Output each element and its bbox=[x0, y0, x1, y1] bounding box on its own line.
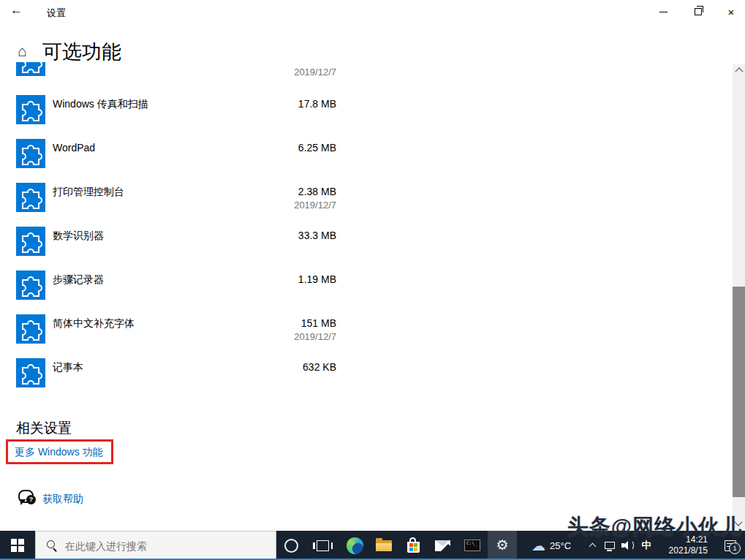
mail-button[interactable] bbox=[428, 531, 457, 560]
feature-size: 17.8 MB bbox=[298, 98, 336, 110]
puzzle-icon bbox=[16, 183, 45, 212]
restore-icon bbox=[695, 8, 702, 15]
feature-date: 2019/12/7 bbox=[294, 200, 336, 211]
back-arrow-icon[interactable]: ← bbox=[10, 3, 23, 18]
cortana-button[interactable] bbox=[275, 531, 307, 560]
taskbar-search[interactable] bbox=[35, 531, 276, 560]
puzzle-icon bbox=[16, 95, 45, 124]
feature-size: 1.19 MB bbox=[298, 273, 336, 285]
start-button[interactable] bbox=[0, 531, 35, 560]
cloud-icon: ☁ bbox=[532, 537, 545, 553]
feature-name: 步骤记录器 bbox=[53, 273, 104, 287]
get-help[interactable]: ? 获取帮助 bbox=[18, 490, 34, 506]
home-icon: ⌂ bbox=[18, 42, 27, 60]
feature-name: 简体中文补充字体 bbox=[53, 317, 135, 330]
mail-envelope-icon bbox=[435, 540, 450, 551]
notification-badge: 1 bbox=[729, 542, 741, 554]
restore-button[interactable] bbox=[682, 0, 714, 23]
network-icon bbox=[605, 542, 615, 549]
store-button[interactable] bbox=[398, 531, 428, 560]
minimize-icon bbox=[659, 12, 668, 12]
feature-size: 632 KB bbox=[303, 361, 336, 373]
terminal-button[interactable]: C:\_ bbox=[457, 531, 488, 560]
scroll-up-icon[interactable] bbox=[735, 67, 743, 75]
feature-row[interactable]: 记事本 632 KB bbox=[16, 358, 336, 390]
page-title: 可选功能 bbox=[42, 39, 121, 65]
title-bar: ← 设置 × bbox=[0, 0, 745, 23]
feature-size: 33.3 MB bbox=[298, 230, 336, 241]
feature-row[interactable]: 数学识别器 33.3 MB bbox=[16, 227, 336, 259]
feature-size: 6.25 MB bbox=[298, 142, 336, 154]
store-bag-icon bbox=[407, 542, 420, 553]
feature-name: Windows 传真和扫描 bbox=[53, 98, 148, 111]
cortana-icon bbox=[284, 539, 298, 553]
feature-date: 2019/12/7 bbox=[294, 331, 336, 342]
puzzle-icon bbox=[16, 270, 45, 300]
windows-logo-icon bbox=[11, 539, 24, 552]
puzzle-icon bbox=[16, 358, 45, 387]
feature-row[interactable]: WordPad 6.25 MB bbox=[16, 139, 336, 171]
scrollbar-thumb[interactable] bbox=[733, 287, 745, 497]
feature-name: 记事本 bbox=[53, 361, 83, 374]
settings-button-active[interactable]: ⚙ bbox=[488, 531, 517, 560]
terminal-icon: C:\_ bbox=[464, 540, 480, 551]
task-view-button[interactable] bbox=[307, 531, 339, 560]
puzzle-icon bbox=[16, 227, 45, 256]
close-button[interactable]: × bbox=[715, 0, 745, 23]
feature-date: 2019/12/7 bbox=[16, 67, 336, 77]
file-explorer-button[interactable] bbox=[369, 531, 398, 560]
chevron-up-icon bbox=[589, 543, 596, 550]
task-view-icon bbox=[317, 540, 329, 551]
question-mark-icon: ? bbox=[26, 495, 36, 504]
folder-icon bbox=[376, 540, 392, 551]
close-icon: × bbox=[728, 7, 735, 18]
watermark-text: 头条@网络小伙儿 bbox=[567, 512, 742, 542]
feature-name: 打印管理控制台 bbox=[53, 186, 124, 199]
search-icon bbox=[47, 540, 55, 548]
edge-button[interactable] bbox=[339, 531, 371, 560]
scrollbar[interactable] bbox=[733, 64, 745, 531]
feature-row[interactable]: Windows 传真和扫描 17.8 MB bbox=[16, 95, 336, 127]
more-windows-features-link[interactable]: 更多 Windows 功能 bbox=[15, 446, 103, 459]
feature-size: 151 MB bbox=[301, 317, 336, 329]
clock-date: 2021/8/15 bbox=[669, 545, 708, 556]
puzzle-icon bbox=[16, 314, 45, 344]
feature-size: 2.38 MB bbox=[298, 186, 336, 197]
speaker-icon bbox=[621, 540, 635, 550]
gear-icon: ⚙ bbox=[496, 537, 508, 553]
feature-row[interactable]: 步骤记录器 1.19 MB bbox=[16, 270, 336, 303]
help-bubble-icon: ? bbox=[18, 490, 34, 503]
feature-row[interactable]: 简体中文补充字体 151 MB 2019/12/7 bbox=[16, 314, 336, 347]
search-input[interactable] bbox=[64, 531, 271, 560]
related-settings-heading: 相关设置 bbox=[16, 419, 72, 438]
edge-icon bbox=[347, 537, 363, 554]
feature-name: WordPad bbox=[53, 142, 95, 154]
window-title: 设置 bbox=[47, 7, 66, 20]
get-help-link[interactable]: 获取帮助 bbox=[42, 493, 83, 506]
puzzle-icon bbox=[16, 139, 45, 168]
feature-row[interactable]: 打印管理控制台 2.38 MB 2019/12/7 bbox=[16, 183, 336, 215]
feature-name: 数学识别器 bbox=[53, 230, 104, 243]
minimize-button[interactable] bbox=[647, 0, 679, 23]
